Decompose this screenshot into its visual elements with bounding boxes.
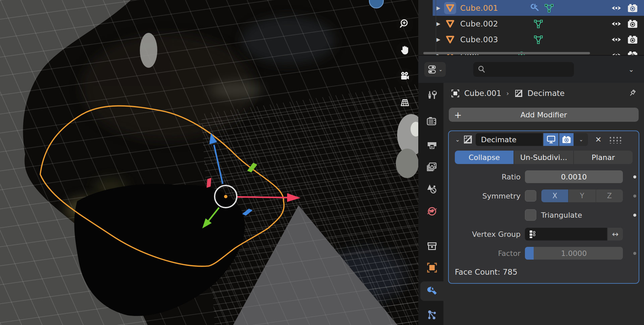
drag-grip-icon[interactable] (608, 136, 622, 144)
tab-tool[interactable] (420, 86, 443, 105)
symmetry-axis-buttons: X Y Z (541, 189, 623, 202)
search-input[interactable] (486, 65, 563, 73)
camera-render-icon[interactable] (627, 19, 638, 29)
3d-viewport[interactable] (0, 0, 418, 325)
tab-particles[interactable] (420, 305, 443, 324)
factor-slider[interactable]: 1.0000 (525, 247, 623, 260)
mesh-object-icon[interactable] (444, 34, 456, 46)
disclosure-triangle-icon[interactable]: ▶ (433, 21, 444, 27)
viewport-nav-gizmos (396, 15, 414, 111)
tab-world[interactable] (420, 202, 443, 221)
tab-view-layer[interactable] (420, 157, 443, 177)
axis-x-button[interactable]: X (541, 189, 568, 202)
outliner-row-cube001[interactable]: ▶ Cube.001 (433, 0, 644, 16)
keyframe-dot[interactable] (633, 175, 636, 178)
camera-render-icon[interactable] (627, 3, 638, 13)
mesh-data-icon[interactable] (544, 3, 554, 13)
properties-search[interactable] (473, 62, 574, 77)
properties-editor: ⌄ ⌄ (418, 56, 644, 325)
vertex-group-row: Vertex Group (455, 228, 639, 240)
tab-scene[interactable] (420, 179, 443, 199)
mesh-data-icon[interactable] (533, 35, 543, 45)
keyframe-dot[interactable] (633, 195, 636, 198)
tab-collection[interactable] (420, 236, 443, 256)
zoom-in-icon[interactable] (396, 15, 414, 33)
breadcrumb-object-name[interactable]: Cube.001 (464, 89, 501, 98)
properties-editor-icon (428, 64, 438, 74)
outliner-row-light[interactable]: ▶ Light (433, 47, 644, 56)
object-name[interactable]: Cube.001 (460, 4, 498, 12)
monitor-icon (546, 135, 556, 144)
mesh-data-icon[interactable] (533, 19, 543, 29)
triangulate-checkbox[interactable] (525, 209, 536, 221)
eye-visibility-icon[interactable] (611, 35, 622, 44)
invert-vertex-group-button[interactable]: ↔ (608, 228, 623, 240)
eye-visibility-icon[interactable] (611, 51, 622, 56)
gizmo-plane-xy[interactable] (207, 178, 211, 188)
symmetry-checkbox[interactable] (525, 190, 536, 202)
mesh-object-icon[interactable] (444, 18, 456, 30)
tab-object[interactable] (420, 258, 443, 277)
tab-output[interactable] (420, 136, 443, 155)
modifier-extras-dropdown[interactable]: ⌄ (574, 133, 588, 146)
keyframe-dot[interactable] (633, 214, 636, 217)
mode-planar-button[interactable]: Planar (574, 151, 633, 164)
pin-icon[interactable] (628, 89, 637, 98)
perspective-grid-icon[interactable] (396, 94, 414, 111)
axis-z-button[interactable]: Z (596, 189, 623, 202)
factor-row: Factor 1.0000 (455, 247, 639, 260)
modifier-name-field[interactable]: Decimate (476, 133, 543, 146)
object-name[interactable]: Cube.002 (460, 19, 498, 28)
disclosure-triangle-icon[interactable]: ▶ (433, 37, 444, 43)
object-name[interactable]: Cube.003 (460, 35, 498, 44)
mesh-object-icon[interactable] (444, 2, 456, 14)
camera-icon (562, 135, 571, 144)
swap-arrows-icon: ↔ (612, 230, 619, 238)
camera-render-icon[interactable] (627, 51, 638, 56)
tab-render[interactable] (420, 112, 443, 131)
decimate-mode-buttons: Collapse Un-Subdivi... Planar (455, 151, 633, 164)
symmetry-row: Symmetry X Y Z (455, 189, 639, 202)
disclosure-triangle-icon[interactable]: ▶ (433, 5, 444, 11)
display-viewport-toggle[interactable] (543, 133, 558, 146)
vertex-group-icon (528, 229, 538, 239)
viewport-scene (0, 0, 418, 325)
eye-visibility-icon[interactable] (611, 4, 622, 12)
mode-collapse-button[interactable]: Collapse (455, 151, 514, 164)
outliner-row-cube002[interactable]: ▶ Cube.002 (433, 16, 644, 32)
collapse-chevron-icon[interactable]: ⌄ (453, 136, 462, 143)
keyframe-dot[interactable] (633, 252, 636, 255)
camera-view-icon[interactable] (396, 68, 414, 85)
decimate-modifier-icon (514, 89, 523, 98)
face-count-label: Face Count: 785 (455, 268, 639, 276)
object-origin (224, 195, 227, 198)
right-panel-column: ▶ Cube.001 ▶ Cube.002 (418, 0, 644, 325)
outliner-horizontal-scrollbar[interactable] (423, 52, 590, 54)
properties-tab-strip (418, 83, 443, 325)
decimate-modifier-panel: ⌄ Decimate ⌄ ✕ (448, 130, 639, 284)
header-options-chevron-icon[interactable]: ⌄ (625, 65, 638, 73)
outliner-editor[interactable]: ▶ Cube.001 ▶ Cube.002 (418, 0, 644, 56)
tab-modifiers[interactable] (420, 281, 443, 301)
breadcrumb-separator: › (506, 89, 509, 97)
pan-hand-icon[interactable] (396, 42, 414, 59)
breadcrumb-modifier-name[interactable]: Decimate (528, 89, 565, 98)
add-modifier-button[interactable]: + Add Modifier (449, 108, 639, 122)
camera-render-icon[interactable] (627, 35, 638, 44)
editor-type-button[interactable]: ⌄ (424, 62, 446, 77)
display-render-toggle[interactable] (558, 133, 574, 146)
ratio-slider[interactable]: 0.0010 (525, 170, 623, 183)
eye-visibility-icon[interactable] (611, 19, 622, 28)
rock (140, 33, 157, 68)
outliner-row-cube003[interactable]: ▶ Cube.003 (433, 32, 644, 47)
search-icon (477, 65, 486, 74)
axis-y-button[interactable]: Y (569, 189, 595, 202)
triangulate-row: Triangulate (455, 209, 639, 221)
vertex-group-input[interactable] (525, 228, 607, 240)
outliner-indent-guide (436, 0, 436, 55)
modifier-panel-header[interactable]: ⌄ Decimate ⌄ ✕ (449, 131, 639, 148)
mode-unsubdivide-button[interactable]: Un-Subdivi... (514, 151, 573, 164)
properties-header: ⌄ ⌄ (418, 56, 644, 83)
wrench-modifier-icon[interactable] (531, 3, 541, 13)
delete-modifier-button[interactable]: ✕ (593, 135, 603, 144)
